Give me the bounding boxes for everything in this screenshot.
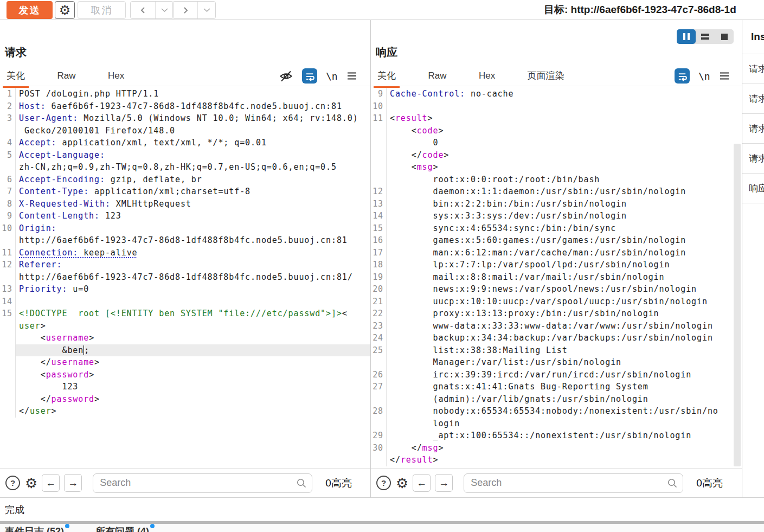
line-number: 16 — [371, 234, 387, 247]
editor-menu-button[interactable] — [719, 72, 730, 80]
line-number: 14 — [0, 296, 16, 308]
search-prev-button[interactable]: ← — [42, 474, 60, 492]
code-text: Host: 6aef6b6f-1923-47c7-86d8-1df488f8b4… — [16, 100, 370, 113]
hide-eye-icon[interactable] — [279, 69, 293, 84]
code-line: user> — [0, 320, 370, 332]
response-highlight-count: 0高亮 — [696, 476, 723, 490]
code-line: 18 lp:x:7:7:lp:/var/spool/lpd:/usr/sbin/… — [371, 259, 742, 271]
response-editor[interactable]: 9Cache-Control: no-cache1011<result> <co… — [371, 86, 742, 468]
code-line: 30 </msg> — [371, 442, 742, 454]
line-number: 8 — [0, 198, 16, 210]
back-button[interactable] — [131, 2, 156, 18]
help-icon[interactable]: ? — [376, 476, 391, 490]
code-line: 2Host: 6aef6b6f-1923-47c7-86d8-1df488f8b… — [0, 100, 370, 113]
inspector-item-request-2[interactable]: 请求 — [742, 84, 764, 114]
line-number — [371, 418, 387, 430]
code-line: 25 list:x:38:38:Mailing List — [371, 344, 742, 357]
code-line: 27 gnats:x:41:41:Gnats Bug-Reporting Sys… — [371, 381, 742, 393]
back-dropdown-button[interactable] — [156, 2, 173, 18]
code-text: </password> — [16, 393, 370, 406]
chevron-right-icon — [181, 6, 190, 15]
chevron-down-icon — [203, 8, 210, 12]
code-line: </password> — [0, 393, 370, 406]
burp-repeater-window: { "toolbar": { "send_label": "发送", "canc… — [0, 0, 764, 532]
code-text: Accept-Encoding: gzip, deflate, br — [16, 174, 370, 186]
code-text: lp:x:7:7:lp:/var/spool/lpd:/usr/sbin/nol… — [387, 259, 742, 271]
line-number — [0, 234, 16, 247]
layout-single-button[interactable] — [715, 29, 734, 44]
tab-raw[interactable]: Raw — [424, 68, 450, 86]
code-text: </user> — [16, 405, 370, 418]
gear-icon: ⚙ — [59, 4, 71, 17]
code-line: 28 nobody:x:65534:65534:nobody:/nonexist… — [371, 405, 742, 418]
response-search-input[interactable] — [464, 473, 683, 493]
code-text: 0 — [387, 137, 742, 149]
code-text: 123 — [16, 381, 370, 393]
line-number: 3 — [0, 112, 16, 125]
code-text: list:x:38:38:Mailing List — [387, 344, 742, 357]
newline-marker-toggle[interactable]: \n — [698, 70, 710, 82]
tab-hex[interactable]: Hex — [104, 68, 128, 86]
tab-beautify[interactable]: 美化 — [3, 67, 29, 88]
inspector-item-request-3[interactable]: 请求 — [742, 114, 764, 144]
line-number: 12 — [0, 259, 16, 271]
line-number — [371, 149, 387, 162]
line-number: 13 — [0, 283, 16, 296]
search-prev-button[interactable]: ← — [413, 474, 431, 492]
word-wrap-toggle[interactable] — [302, 68, 317, 84]
hamburger-menu-icon — [346, 72, 357, 80]
code-text: &ben; — [16, 344, 370, 357]
layout-columns-button[interactable] — [677, 29, 696, 44]
line-number — [0, 405, 16, 418]
code-line: 16 games:x:5:60:games:/usr/games:/usr/sb… — [371, 234, 742, 247]
newline-marker-toggle[interactable]: \n — [326, 70, 338, 82]
search-next-button[interactable]: → — [435, 474, 453, 492]
search-settings-gear-icon[interactable]: ⚙ — [25, 476, 37, 490]
search-magnifier-icon — [296, 478, 307, 489]
search-settings-gear-icon[interactable]: ⚙ — [396, 476, 408, 490]
forward-button[interactable] — [173, 2, 198, 18]
word-wrap-toggle[interactable] — [675, 68, 690, 84]
tab-hex[interactable]: Hex — [475, 68, 499, 86]
inspector-item-request-1[interactable]: 请求 — [742, 54, 764, 84]
cancel-button[interactable]: 取消 — [78, 1, 126, 19]
line-number: 9 — [371, 88, 387, 100]
code-text: bin:x:2:2:bin:/bin:/usr/sbin/nologin — [387, 198, 742, 210]
code-text: sync:x:4:65534:sync:/bin:/bin/sync — [387, 222, 742, 235]
code-line: 11Connection: keep-alive — [0, 247, 370, 259]
code-line: zh-CN,zh;q=0.9,zh-TW;q=0.8,zh-HK;q=0.7,e… — [0, 161, 370, 174]
request-search-bar: ? ⚙ ← → 0高亮 — [0, 468, 370, 497]
inspector-item-request-4[interactable]: 请求 — [742, 144, 764, 174]
response-scrollbar[interactable] — [734, 144, 741, 466]
code-text: www-data:x:33:33:www-data:/var/www:/usr/… — [387, 320, 742, 332]
code-text: login — [387, 418, 742, 430]
arrow-right-icon: → — [68, 477, 78, 489]
editor-menu-button[interactable] — [346, 72, 357, 80]
help-icon[interactable]: ? — [5, 476, 20, 490]
word-wrap-icon — [677, 71, 688, 81]
tab-raw[interactable]: Raw — [53, 68, 79, 86]
tab-render[interactable]: 页面渲染 — [524, 67, 568, 86]
inspector-item-response[interactable]: 响应 — [742, 174, 764, 203]
request-search-input[interactable] — [93, 473, 312, 493]
code-line: 23 www-data:x:33:33:www-data:/var/www:/u… — [371, 320, 742, 332]
search-next-button[interactable]: → — [64, 474, 82, 492]
code-line: 12 daemon:x:1:1:daemon:/usr/sbin:/usr/sb… — [371, 185, 742, 198]
line-number: 14 — [371, 210, 387, 222]
line-number — [0, 161, 16, 174]
all-issues-tab[interactable]: 所有问题 (4) — [95, 525, 155, 532]
code-line: 11<result> — [371, 112, 742, 125]
line-number: 6 — [0, 174, 16, 186]
send-settings-button[interactable]: ⚙ — [55, 1, 75, 19]
tab-beautify[interactable]: 美化 — [374, 67, 400, 88]
forward-dropdown-button[interactable] — [198, 2, 215, 18]
line-number — [0, 381, 16, 393]
event-log-tab[interactable]: 事件日志 (52) — [5, 525, 69, 532]
code-text: Connection: keep-alive — [16, 247, 370, 259]
send-button[interactable]: 发送 — [7, 1, 53, 19]
code-text: <password> — [16, 369, 370, 381]
layout-rows-button[interactable] — [696, 29, 715, 44]
code-text: proxy:x:13:13:proxy:/bin:/usr/sbin/nolog… — [387, 307, 742, 320]
code-text: Priority: u=0 — [16, 283, 370, 296]
request-editor[interactable]: 1POST /doLogin.php HTTP/1.12Host: 6aef6b… — [0, 86, 370, 468]
